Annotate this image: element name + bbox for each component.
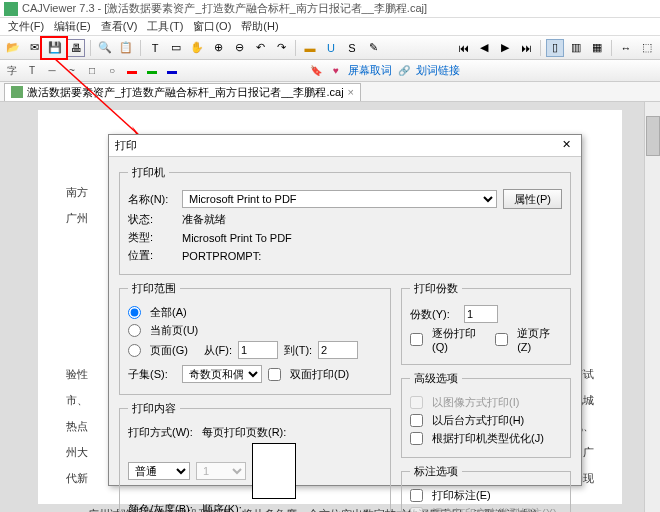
to-input[interactable] (318, 341, 358, 359)
order-label: 顺序(K): (202, 502, 242, 512)
green-mark-icon[interactable]: ▬ (144, 63, 160, 79)
reverse-checkbox[interactable] (495, 333, 508, 346)
line-icon[interactable]: ─ (44, 63, 60, 79)
copies-legend: 打印份数 (410, 281, 462, 296)
underline-icon[interactable]: U (322, 39, 340, 57)
prev-page-icon[interactable]: ◀ (475, 39, 493, 57)
subset-select[interactable]: 奇数页和偶 (182, 365, 262, 383)
print-icon[interactable]: 🖶 (67, 39, 85, 57)
rotate-left-icon[interactable]: ↶ (251, 39, 269, 57)
ellipse-icon[interactable]: ○ (104, 63, 120, 79)
separator (140, 40, 141, 56)
collate-checkbox[interactable] (410, 333, 423, 346)
doc-text: 热点 (66, 416, 88, 437)
zoom-in-icon[interactable]: ⊕ (209, 39, 227, 57)
close-icon[interactable]: × (348, 86, 354, 98)
advanced-group: 高级选项 以图像方式打印(I) 以后台方式打印(H) 根据打印机类型优化(J) (401, 371, 571, 458)
properties-button[interactable]: 属性(P) (503, 189, 562, 209)
close-icon[interactable]: ✕ (557, 138, 575, 154)
select-image-icon[interactable]: ▭ (167, 39, 185, 57)
zoom-out-icon[interactable]: ⊖ (230, 39, 248, 57)
optimize-label: 根据打印机类型优化(J) (432, 431, 544, 446)
highlight-icon[interactable]: ▬ (301, 39, 319, 57)
ppp-label: 每页打印页数(R): (202, 425, 286, 440)
subset-label: 子集(S): (128, 367, 176, 382)
document-tab[interactable]: 激活数据要素资产_打造数产融合标杆_南方日报记者__李鹏程.caj × (4, 83, 361, 101)
mode-select[interactable]: 普通 (128, 462, 190, 480)
background-checkbox[interactable] (410, 414, 423, 427)
print-anno-checkbox[interactable] (410, 489, 423, 502)
fit-width-icon[interactable]: ↔ (617, 39, 635, 57)
bookmark-icon[interactable]: 🔖 (308, 63, 324, 79)
two-page-icon[interactable]: ▦ (588, 39, 606, 57)
copy-icon[interactable]: 📋 (117, 39, 135, 57)
location-label: 位置: (128, 248, 176, 263)
menu-view[interactable]: 查看(V) (97, 18, 142, 35)
preview-box (252, 443, 296, 499)
select-text-icon[interactable]: T (146, 39, 164, 57)
menu-edit[interactable]: 编辑(E) (50, 18, 95, 35)
range-legend: 打印范围 (128, 281, 180, 296)
doc-text: 市、 (66, 390, 88, 411)
single-page-icon[interactable]: ▯ (546, 39, 564, 57)
doc-text: 广州 (66, 208, 88, 229)
range-current-radio[interactable] (128, 324, 141, 337)
copies-group: 打印份数 份数(Y): 逐份打印(Q) 逆页序(Z) (401, 281, 571, 365)
advanced-legend: 高级选项 (410, 371, 462, 386)
red-mark-icon[interactable]: ▬ (124, 63, 140, 79)
fit-page-icon[interactable]: ⬚ (638, 39, 656, 57)
note-icon[interactable]: ✎ (364, 39, 382, 57)
curve-icon[interactable]: ~ (64, 63, 80, 79)
continuous-icon[interactable]: ▥ (567, 39, 585, 57)
menu-window[interactable]: 窗口(O) (189, 18, 235, 35)
range-all-label: 全部(A) (150, 305, 187, 320)
ocr-icon[interactable]: 字 (4, 63, 20, 79)
next-page-icon[interactable]: ▶ (496, 39, 514, 57)
scroll-thumb[interactable] (646, 116, 660, 156)
range-all-radio[interactable] (128, 306, 141, 319)
last-page-icon[interactable]: ⏭ (517, 39, 535, 57)
text-icon[interactable]: T (24, 63, 40, 79)
location-value: PORTPROMPT: (182, 250, 261, 262)
rotate-right-icon[interactable]: ↷ (272, 39, 290, 57)
copies-input[interactable] (464, 305, 498, 323)
screenshot-word-link[interactable]: 屏幕取词 (348, 63, 392, 78)
menu-tool[interactable]: 工具(T) (143, 18, 187, 35)
vertical-scrollbar[interactable] (644, 102, 660, 512)
range-pages-label: 页面(G) (150, 343, 188, 358)
menu-help[interactable]: 帮助(H) (237, 18, 282, 35)
image-mode-label: 以图像方式打印(I) (432, 395, 519, 410)
blue-mark-icon[interactable]: ▬ (164, 63, 180, 79)
crosslink-link[interactable]: 划词链接 (416, 63, 460, 78)
separator (295, 40, 296, 56)
duplex-label: 双面打印(D) (290, 367, 349, 382)
first-page-icon[interactable]: ⏮ (454, 39, 472, 57)
open-icon[interactable]: 📂 (4, 39, 22, 57)
hand-icon[interactable]: ✋ (188, 39, 206, 57)
range-pages-radio[interactable] (128, 344, 141, 357)
search-icon[interactable]: 🔍 (96, 39, 114, 57)
print-dialog: 打印 ✕ 打印机 名称(N): Microsoft Print to PDF 属… (108, 134, 582, 486)
app-icon (4, 2, 18, 16)
rect-icon[interactable]: □ (84, 63, 100, 79)
strike-icon[interactable]: S (343, 39, 361, 57)
ppp-select: 1 (196, 462, 246, 480)
print-anno-label: 打印标注(E) (432, 488, 491, 503)
menu-file[interactable]: 文件(F) (4, 18, 48, 35)
type-value: Microsoft Print To PDF (182, 232, 292, 244)
from-input[interactable] (238, 341, 278, 359)
dialog-title: 打印 (115, 138, 137, 153)
status-value: 准备就绪 (182, 212, 226, 227)
duplex-checkbox[interactable] (268, 368, 281, 381)
collate-label: 逐份打印(Q) (432, 326, 489, 353)
dialog-titlebar: 打印 ✕ (109, 135, 581, 157)
content-group: 打印内容 打印方式(W): 每页打印页数(R): 普通 1 颜色/灰度(B): … (119, 401, 391, 512)
status-label: 状态: (128, 212, 176, 227)
dict-heart-icon[interactable]: ♥ (328, 63, 344, 79)
copies-label: 份数(Y): (410, 307, 458, 322)
from-label: 从(F): (204, 343, 232, 358)
menu-bar: 文件(F) 编辑(E) 查看(V) 工具(T) 窗口(O) 帮助(H) (0, 18, 660, 36)
optimize-checkbox[interactable] (410, 432, 423, 445)
printer-select[interactable]: Microsoft Print to PDF (182, 190, 497, 208)
link-icon[interactable]: 🔗 (396, 63, 412, 79)
